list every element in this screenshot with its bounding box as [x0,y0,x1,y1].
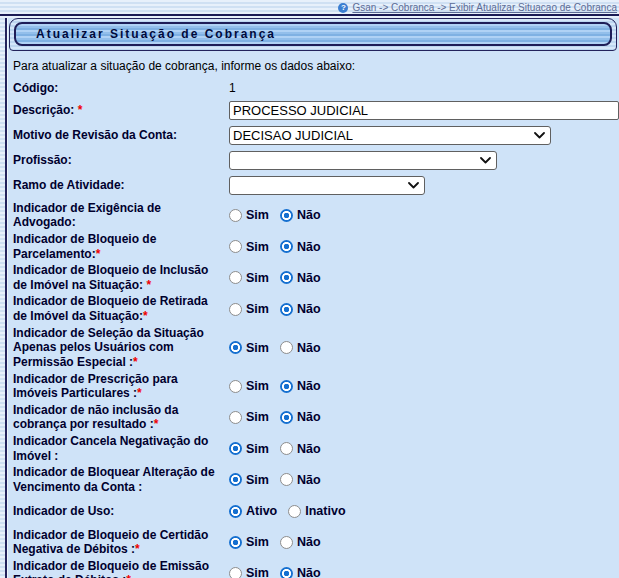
radio-option-nao[interactable]: Não [280,442,321,456]
required-asterisk: * [154,417,159,431]
radio-option-label: Não [297,442,321,456]
radio-row: Indicador de Bloqueio de Certidão Negati… [13,527,614,558]
page-title-bar: Atualizar Situação de Cobrança [14,22,612,46]
field-label: Indicador de Uso: [13,504,114,518]
ramo-atividade-select[interactable] [229,176,425,195]
required-asterisk: * [96,247,101,261]
field-label: Indicador de Bloqueio de Inclusão de Imó… [13,263,208,292]
radio-button[interactable] [280,341,293,354]
radio-row: Indicador de Bloqueio de Retirada de Imó… [13,293,614,324]
radio-option-label: Sim [246,379,269,393]
radio-button[interactable] [280,411,293,424]
radio-row: Indicador de Bloquear Alteração de Venci… [13,464,614,495]
field-label: Indicador de Bloqueio de Certidão Negati… [13,528,208,557]
main-panel: Atualizar Situação de Cobrança Para atua… [5,18,619,578]
radio-button[interactable] [280,473,293,486]
ramo-atividade-row: Ramo de Atividade: [13,175,614,196]
radio-option-sim[interactable]: Sim [229,302,269,316]
radio-button[interactable] [280,209,293,222]
motivo-select[interactable]: DECISAO JUDICIAL [229,126,551,145]
radio-option-sim[interactable]: Sim [229,410,269,424]
radio-option-nao[interactable]: Não [280,410,321,424]
radio-option-label: Sim [246,535,269,549]
radio-button[interactable] [280,240,293,253]
radio-button[interactable] [280,303,293,316]
radio-row: Indicador de Exigência de Advogado:SimNã… [13,200,614,231]
radio-option-nao[interactable]: Não [280,566,321,578]
radio-option-sim[interactable]: Sim [229,473,269,487]
radio-button[interactable] [280,567,293,578]
radio-button[interactable] [229,209,242,222]
radio-option-label: Inativo [305,504,345,518]
radio-group: SimNão [229,208,614,222]
motivo-label: Motivo de Revisão da Conta: [13,128,229,143]
radio-row: Indicador de não inclusão da cobrança po… [13,402,614,433]
radio-button[interactable] [229,240,242,253]
profissao-row: Profissão: [13,150,614,171]
radio-option-nao[interactable]: Não [280,271,321,285]
radio-button[interactable] [288,505,301,518]
radio-button[interactable] [229,271,242,284]
radio-option-label: Não [297,302,321,316]
radio-button[interactable] [280,271,293,284]
radio-option-label: Não [297,410,321,424]
radio-option-sim[interactable]: Sim [229,442,269,456]
radio-option-inativo[interactable]: Inativo [288,504,345,518]
radio-option-nao[interactable]: Não [280,240,321,254]
radio-option-label: Sim [246,410,269,424]
radio-option-sim[interactable]: Sim [229,535,269,549]
radio-row: Indicador de Uso:AtivoInativo [13,496,614,527]
descricao-input[interactable] [229,101,619,120]
radio-button[interactable] [280,380,293,393]
radio-option-nao[interactable]: Não [280,535,321,549]
radio-option-label: Não [297,341,321,355]
profissao-select[interactable] [229,151,497,170]
radio-group: SimNão [229,566,614,578]
motivo-row: Motivo de Revisão da Conta: DECISAO JUDI… [13,125,614,146]
radio-option-sim[interactable]: Sim [229,379,269,393]
radio-button[interactable] [229,473,242,486]
radio-group: AtivoInativo [229,504,614,518]
radio-option-sim[interactable]: Sim [229,341,269,355]
radio-group: SimNão [229,535,614,549]
radio-button[interactable] [280,536,293,549]
chevron-down-icon [534,132,545,139]
radio-row: Indicador de Bloqueio de Parcelamento:*S… [13,231,614,262]
radio-option-sim[interactable]: Sim [229,240,269,254]
radio-button[interactable] [280,442,293,455]
field-label: Indicador de Bloqueio de Emissão Extrato… [13,559,209,578]
radio-option-label: Não [297,208,321,222]
radio-option-sim[interactable]: Sim [229,271,269,285]
radio-button[interactable] [229,341,242,354]
motivo-selected-value: DECISAO JUDICIAL [233,128,353,143]
codigo-label: Código: [13,81,229,96]
radio-group: SimNão [229,473,614,487]
radio-option-ativo[interactable]: Ativo [229,504,277,518]
radio-button[interactable] [229,303,242,316]
radio-option-nao[interactable]: Não [280,208,321,222]
profissao-label: Profissão: [13,153,229,168]
codigo-row: Código: 1 [13,80,614,97]
help-icon[interactable]: ? [338,3,348,13]
radio-button[interactable] [229,411,242,424]
radio-option-sim[interactable]: Sim [229,566,269,578]
radio-group: SimNão [229,302,614,316]
radio-option-nao[interactable]: Não [280,379,321,393]
breadcrumb[interactable]: Gsan -> Cobranca -> Exibir Atualizar Sit… [352,2,617,13]
radio-button[interactable] [229,380,242,393]
radio-row: Indicador de Prescrição para Imóveis Par… [13,371,614,402]
radio-option-nao[interactable]: Não [280,302,321,316]
radio-option-sim[interactable]: Sim [229,208,269,222]
radio-option-label: Sim [246,208,269,222]
radio-button[interactable] [229,442,242,455]
codigo-value: 1 [229,81,614,95]
radio-button[interactable] [229,536,242,549]
radio-button[interactable] [229,505,242,518]
radio-option-label: Sim [246,566,269,578]
radio-option-nao[interactable]: Não [280,473,321,487]
radio-group: SimNão [229,341,614,355]
radio-option-nao[interactable]: Não [280,341,321,355]
field-label: Indicador Cancela Negativação do Imóvel … [13,434,208,463]
radio-button[interactable] [229,567,242,578]
field-label: Indicador de Bloqueio de Retirada de Imó… [13,294,208,323]
